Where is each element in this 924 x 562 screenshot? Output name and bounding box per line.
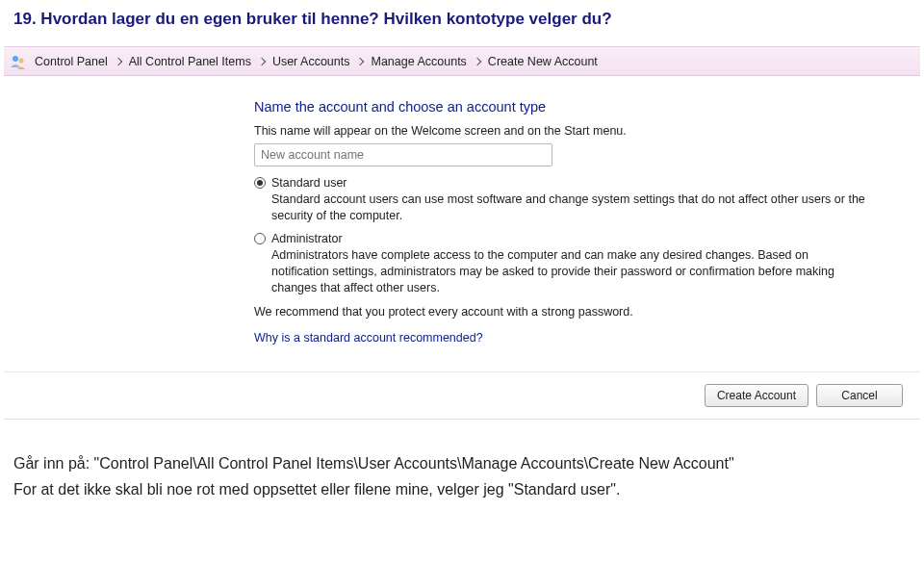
question-heading: 19. Hvordan lager du en egen bruker til … [0,0,924,46]
breadcrumb-item-manage-accounts[interactable]: Manage Accounts [369,55,468,68]
panel-content: Name the account and choose an account t… [4,76,920,371]
standard-user-description: Standard account users can use most soft… [271,192,866,224]
breadcrumb-bar: Control Panel All Control Panel Items Us… [4,47,920,76]
panel-description: This name will appear on the Welcome scr… [254,124,920,138]
screenshot-container: Control Panel All Control Panel Items Us… [4,46,920,420]
account-name-input[interactable] [254,143,552,166]
breadcrumb-item-control-panel[interactable]: Control Panel [33,55,110,68]
radio-button-icon[interactable] [254,177,266,189]
svg-point-0 [13,56,18,62]
radio-label-administrator: Administrator [271,232,343,245]
create-account-button[interactable]: Create Account [705,384,808,407]
cancel-button[interactable]: Cancel [816,384,903,407]
buttons-row: Create Account Cancel [4,371,920,419]
chevron-right-icon[interactable] [115,57,122,64]
user-accounts-icon [10,53,27,70]
chevron-right-icon[interactable] [258,57,266,64]
breadcrumb-item-user-accounts[interactable]: User Accounts [270,55,352,68]
radio-administrator[interactable]: Administrator [254,232,920,245]
chevron-right-icon[interactable] [356,57,364,64]
radio-label-standard: Standard user [271,176,347,190]
password-recommendation: We recommend that you protect every acco… [254,305,920,319]
answer-line-2: For at det ikke skal bli noe rot med opp… [13,478,911,502]
why-standard-link[interactable]: Why is a standard account recommended? [254,331,483,345]
answer-line-1: Går inn på: "Control Panel\All Control P… [13,452,911,476]
answer-text: Går inn på: "Control Panel\All Control P… [0,437,924,518]
chevron-right-icon[interactable] [474,57,481,64]
breadcrumb-item-create-new[interactable]: Create New Account [486,55,600,68]
administrator-description: Administrators have complete access to t… [271,247,866,296]
panel-title: Name the account and choose an account t… [254,99,920,115]
breadcrumb-item-all-items[interactable]: All Control Panel Items [127,55,253,68]
radio-standard-user[interactable]: Standard user [254,176,920,190]
radio-button-icon[interactable] [254,233,266,244]
svg-point-1 [19,58,24,63]
